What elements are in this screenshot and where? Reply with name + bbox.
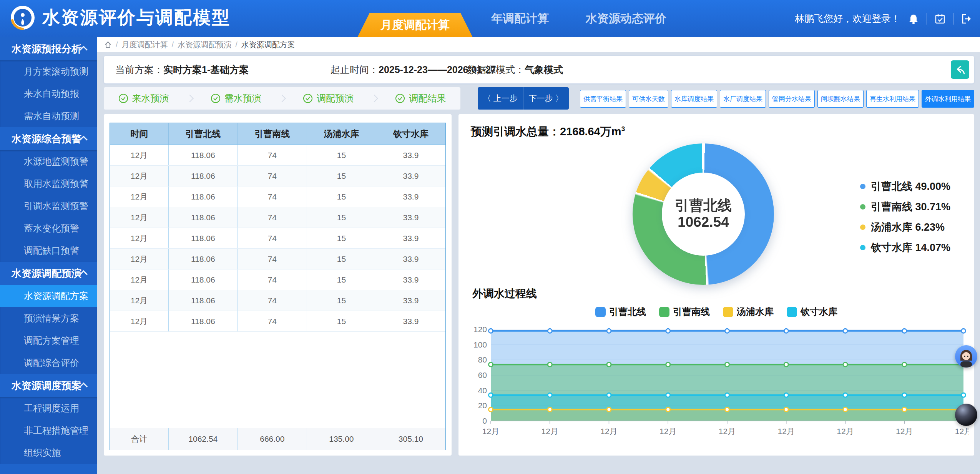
scheme-info-bar: 当前方案：实时方案1-基础方案 起止时间：2025-12-23——2026-01… <box>104 56 974 83</box>
line-chart: 12月12月12月12月12月12月12月12月12月0204060801001… <box>472 325 969 436</box>
sidebar-item[interactable]: 工程调度运用 <box>0 397 97 419</box>
table-cell: 12月 <box>110 290 169 311</box>
logout-icon[interactable] <box>961 13 972 25</box>
reply-arrow-icon <box>954 64 966 75</box>
sidebar-group[interactable]: 水资源预报分析 <box>0 37 97 60</box>
line-legend-label: 引曹南线 <box>673 306 710 318</box>
breadcrumb-item[interactable]: 月度调配计算 <box>122 40 168 50</box>
table-spacer <box>110 332 445 428</box>
result-tab[interactable]: 再生水利用结果 <box>866 90 919 108</box>
sidebar-item[interactable]: 调配综合评价 <box>0 352 97 374</box>
result-tab[interactable]: 供需平衡结果 <box>580 90 626 108</box>
home-icon[interactable] <box>104 41 112 48</box>
sidebar-item[interactable]: 调配方案管理 <box>0 329 97 352</box>
prev-step-button[interactable]: 〈 上一步 <box>478 87 523 110</box>
line-legend-label: 钦寸水库 <box>801 306 837 318</box>
sidebar-group[interactable]: 水资源综合预警 <box>0 127 97 150</box>
sidebar-submenu: 水资源调配方案预演情景方案调配方案管理调配综合评价 <box>0 285 97 374</box>
sphere-avatar-button[interactable] <box>955 404 977 426</box>
donut-legend-label: 引曹南线 30.71% <box>871 200 950 214</box>
wizard-step[interactable]: 调配预演 <box>303 92 354 105</box>
sidebar-item[interactable]: 需水自动预测 <box>0 105 97 127</box>
sidebar-group[interactable]: 水资源调配预演 <box>0 262 97 285</box>
sidebar-item[interactable]: 水资源调配方案 <box>0 285 97 307</box>
table-row: 12月118.06741533.9 <box>110 249 445 269</box>
line-legend-item[interactable]: 汤浦水库 <box>723 306 774 318</box>
table-row: 12月118.06741533.9 <box>110 166 445 186</box>
wizard-step-label: 调配预演 <box>317 92 354 105</box>
svg-text:12月: 12月 <box>778 427 795 436</box>
result-tab[interactable]: 水库调度结果 <box>671 90 717 108</box>
table-cell: 74 <box>238 269 307 290</box>
check-circle-icon <box>395 93 405 103</box>
result-tab[interactable]: 可供水天数 <box>629 90 668 108</box>
breadcrumb-item[interactable]: 水资源调配方案 <box>241 40 295 50</box>
sidebar-item[interactable]: 引调水监测预警 <box>0 195 97 217</box>
bell-icon[interactable] <box>908 13 919 25</box>
svg-text:12月: 12月 <box>719 427 736 436</box>
wizard-step-label: 调配结果 <box>409 92 446 105</box>
wizard-step[interactable]: 来水预演 <box>118 92 169 105</box>
table-cell: 33.9 <box>376 269 445 290</box>
line-chart-title: 外调水过程线 <box>472 286 537 301</box>
line-legend-item[interactable]: 钦寸水库 <box>787 306 837 318</box>
sidebar-item[interactable]: 蓄水变化预警 <box>0 217 97 239</box>
svg-text:12月: 12月 <box>659 427 676 436</box>
wizard-step-label: 来水预演 <box>132 92 169 105</box>
wizard-step[interactable]: 调配结果 <box>395 92 446 105</box>
line-legend-item[interactable]: 引曹南线 <box>659 306 710 318</box>
top-nav: 月度调配计算年调配计算水资源动态评价 <box>357 0 685 37</box>
user-greeting: 林鹏飞您好，欢迎登录！ <box>795 12 900 25</box>
table-total-cell: 305.10 <box>376 428 445 450</box>
table-header-cell: 引曹南线 <box>238 123 307 145</box>
result-tab[interactable]: 外调水利用结果 <box>922 90 974 108</box>
sidebar-item[interactable]: 预演情景方案 <box>0 307 97 329</box>
table-header-cell: 时间 <box>110 123 169 145</box>
sidebar-item[interactable]: 水源地监测预警 <box>0 150 97 173</box>
sidebar-submenu: 月方案滚动预测来水自动预报需水自动预测 <box>0 60 97 127</box>
nav-tab[interactable]: 年调配计算 <box>473 0 567 37</box>
sidebar-group[interactable]: 水资源调度预案 <box>0 374 97 397</box>
sidebar-item[interactable]: 取用水监测预警 <box>0 173 97 195</box>
line-legend-item[interactable]: 引曹北线 <box>595 306 646 318</box>
calendar-icon[interactable] <box>934 13 946 25</box>
svg-text:80: 80 <box>478 355 487 364</box>
back-button[interactable] <box>951 60 969 79</box>
result-tab[interactable]: 闸坝翻水结果 <box>817 90 864 108</box>
sidebar-item[interactable]: 组织实施 <box>0 442 97 464</box>
breadcrumb-item[interactable]: 水资源调配预演 <box>178 40 231 50</box>
table-cell: 118.06 <box>169 290 238 311</box>
table-row: 12月118.06741533.9 <box>110 311 445 332</box>
table-cell: 15 <box>307 249 376 269</box>
table-cell: 118.06 <box>169 145 238 165</box>
legend-swatch <box>723 307 733 317</box>
table-cell: 33.9 <box>376 228 445 248</box>
result-tab[interactable]: 水厂调度结果 <box>720 90 766 108</box>
nav-tab[interactable]: 月度调配计算 <box>357 13 473 37</box>
next-step-button[interactable]: 下一步 〉 <box>523 87 569 110</box>
table-cell: 12月 <box>110 311 169 331</box>
sidebar-item[interactable]: 调配缺口预警 <box>0 239 97 262</box>
sidebar-item[interactable]: 月方案滚动预测 <box>0 60 97 83</box>
sidebar-item[interactable]: 非工程措施管理 <box>0 419 97 442</box>
table-cell: 118.06 <box>169 228 238 248</box>
table-cell: 15 <box>307 186 376 207</box>
assistant-avatar-button[interactable] <box>955 345 977 368</box>
sidebar-submenu: 水源地监测预警取用水监测预警引调水监测预警蓄水变化预警调配缺口预警 <box>0 150 97 262</box>
nav-tab[interactable]: 水资源动态评价 <box>567 0 685 37</box>
table-cell: 15 <box>307 145 376 165</box>
table-cell: 74 <box>238 186 307 207</box>
svg-text:12月: 12月 <box>837 427 854 436</box>
water-drop-icon <box>10 5 35 30</box>
table-cell: 12月 <box>110 249 169 269</box>
table-total-row: 合计1062.54666.00135.00305.10 <box>110 428 445 450</box>
table-header-cell: 引曹北线 <box>169 123 238 145</box>
result-tab[interactable]: 管网分水结果 <box>769 90 815 108</box>
table-header-row: 时间引曹北线引曹南线汤浦水库钦寸水库 <box>110 123 445 145</box>
wizard-step[interactable]: 需水预演 <box>211 92 261 105</box>
svg-text:60: 60 <box>478 371 487 379</box>
svg-text:12月: 12月 <box>482 427 499 436</box>
sidebar-item[interactable]: 来水自动预报 <box>0 83 97 105</box>
divider <box>953 13 953 25</box>
table-cell: 33.9 <box>376 249 445 269</box>
